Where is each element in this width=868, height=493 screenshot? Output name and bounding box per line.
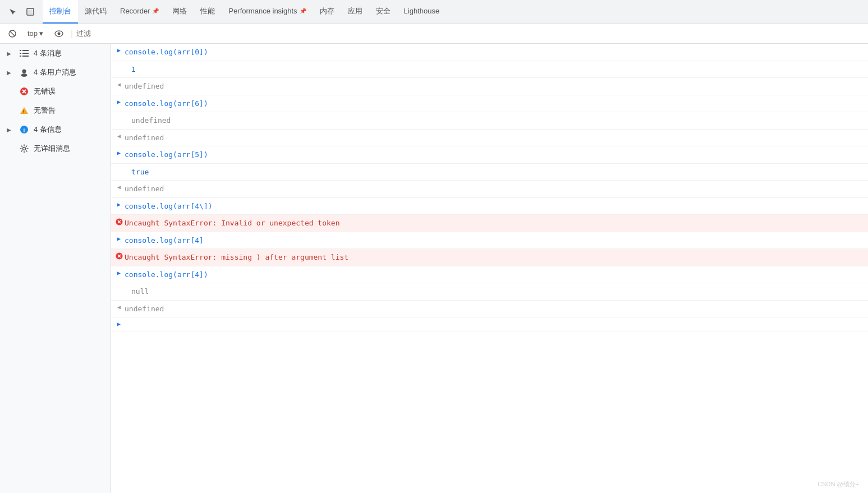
return-arrow-icon: ◀ bbox=[113, 131, 125, 139]
console-row: ▶ console.log(arr[5]) bbox=[111, 146, 868, 164]
console-entry: console.log(arr[4] bbox=[125, 233, 864, 248]
expand-arrow-icon: ▶ bbox=[7, 70, 15, 76]
console-row: true bbox=[111, 164, 868, 181]
return-arrow-icon: ◀ bbox=[113, 302, 125, 310]
top-selector-button[interactable]: top ▾ bbox=[24, 27, 47, 40]
svg-rect-1 bbox=[28, 10, 33, 14]
console-panel: ▶ console.log(arr[0]) 1 ◀ undefined ▶ co… bbox=[111, 44, 868, 493]
svg-point-5 bbox=[58, 32, 61, 35]
expand-icon[interactable]: ▶ bbox=[113, 45, 125, 53]
expand-icon[interactable]: ▶ bbox=[113, 199, 125, 208]
console-entry: console.log(arr[5]) bbox=[125, 148, 864, 162]
error-row-icon bbox=[113, 250, 125, 260]
console-entry: console.log(arr[4]) bbox=[125, 268, 864, 282]
sidebar-errors-label: 无错误 bbox=[34, 86, 104, 96]
toolbar: top ▾ | bbox=[0, 24, 868, 44]
console-row: ◀ undefined bbox=[111, 301, 868, 318]
console-entry: console.log(arr[4\]) bbox=[125, 199, 864, 214]
console-return: undefined bbox=[125, 182, 864, 196]
sidebar-verbose-label: 无详细消息 bbox=[34, 144, 104, 154]
expand-icon[interactable]: ▶ bbox=[113, 96, 125, 105]
tab-memory[interactable]: 内存 bbox=[313, 0, 341, 24]
console-row: ▶ console.log(arr[0]) bbox=[111, 44, 868, 61]
sidebar-user-messages-label: 4 条用户消息 bbox=[34, 67, 104, 77]
expand-arrow-icon: ▶ bbox=[7, 50, 15, 57]
console-row: ◀ undefined bbox=[111, 78, 868, 95]
gear-icon bbox=[19, 144, 29, 154]
toolbar-divider: | bbox=[71, 29, 73, 39]
console-return: undefined bbox=[125, 302, 864, 316]
user-icon bbox=[19, 67, 29, 77]
svg-point-21 bbox=[23, 148, 26, 150]
return-arrow-icon: ◀ bbox=[113, 79, 125, 87]
cursor-tool-button[interactable] bbox=[4, 4, 20, 20]
console-row: null bbox=[111, 283, 868, 301]
svg-rect-10 bbox=[20, 56, 21, 57]
expand-icon[interactable]: ▶ bbox=[113, 268, 125, 276]
console-row: ▶ console.log(arr[4\]) bbox=[111, 198, 868, 215]
return-arrow-icon: ◀ bbox=[113, 182, 125, 190]
device-toggle-button[interactable] bbox=[22, 4, 38, 20]
error-icon bbox=[19, 86, 29, 96]
sidebar-item-errors[interactable]: ▶ 无错误 bbox=[0, 82, 111, 101]
console-return: undefined bbox=[125, 131, 864, 145]
svg-point-12 bbox=[22, 70, 26, 73]
svg-line-3 bbox=[10, 31, 15, 36]
svg-rect-6 bbox=[20, 50, 21, 51]
console-entry: console.log(arr[6]) bbox=[125, 96, 864, 111]
expand-icon[interactable]: ▶ bbox=[113, 148, 125, 156]
tab-console[interactable]: 控制台 bbox=[43, 0, 78, 24]
sidebar-item-messages[interactable]: ▶ 4 条消息 bbox=[0, 44, 111, 63]
clear-console-button[interactable] bbox=[4, 27, 20, 40]
svg-rect-7 bbox=[22, 50, 29, 51]
sidebar-warnings-label: 无警告 bbox=[34, 105, 104, 116]
tab-performance-insights[interactable]: Performance insights 📌 bbox=[222, 0, 313, 24]
tab-sources[interactable]: 源代码 bbox=[78, 0, 113, 24]
sidebar-item-user-messages[interactable]: ▶ 4 条用户消息 bbox=[0, 63, 111, 82]
console-value: null bbox=[131, 284, 864, 299]
console-error-row: Uncaught SyntaxError: missing ) after ar… bbox=[111, 249, 868, 266]
nav-icon-group bbox=[4, 4, 38, 20]
console-row: ◀ undefined bbox=[111, 130, 868, 147]
console-value: undefined bbox=[131, 113, 864, 128]
error-row-icon bbox=[113, 216, 125, 225]
console-row: ▶ console.log(arr[4]) bbox=[111, 266, 868, 284]
console-row: 1 bbox=[111, 61, 868, 79]
info-icon: i bbox=[19, 125, 29, 135]
warning-icon: ! bbox=[19, 105, 29, 116]
list-icon bbox=[19, 48, 29, 58]
prompt-icon: ▶ bbox=[113, 319, 125, 327]
console-value: 1 bbox=[131, 62, 864, 77]
console-input-area[interactable] bbox=[125, 319, 864, 330]
tab-lighthouse[interactable]: Lighthouse bbox=[397, 0, 447, 24]
tab-network[interactable]: 网络 bbox=[166, 0, 194, 24]
filter-input[interactable] bbox=[76, 27, 864, 40]
sidebar: ▶ 4 条消息 ▶ 4 条用户消息 ▶ 无错误 ▶ ! bbox=[0, 44, 111, 493]
main-area: ▶ 4 条消息 ▶ 4 条用户消息 ▶ 无错误 ▶ ! bbox=[0, 44, 868, 493]
svg-text:!: ! bbox=[23, 109, 25, 114]
sidebar-messages-label: 4 条消息 bbox=[34, 48, 104, 58]
console-row: ▶ console.log(arr[4] bbox=[111, 232, 868, 250]
sidebar-item-warnings[interactable]: ▶ ! 无警告 bbox=[0, 101, 111, 120]
watermark: CSDN @绩分+ bbox=[818, 480, 859, 489]
svg-rect-9 bbox=[22, 53, 29, 54]
console-row: undefined bbox=[111, 112, 868, 130]
console-return: undefined bbox=[125, 79, 864, 94]
top-nav: 控制台 源代码 Recorder 📌 网络 性能 Performance ins… bbox=[0, 0, 868, 24]
console-entry: console.log(arr[0]) bbox=[125, 45, 864, 59]
tab-application[interactable]: 应用 bbox=[341, 0, 369, 24]
console-row: ▶ console.log(arr[6]) bbox=[111, 95, 868, 113]
console-error-row: Uncaught SyntaxError: Invalid or unexpec… bbox=[111, 215, 868, 232]
sidebar-item-verbose[interactable]: ▶ 无详细消息 bbox=[0, 139, 111, 158]
console-input-row: ▶ bbox=[111, 317, 868, 331]
sidebar-item-info[interactable]: ▶ i 4 条信息 bbox=[0, 120, 111, 139]
recorder-pin-icon: 📌 bbox=[152, 8, 159, 14]
svg-text:i: i bbox=[24, 127, 25, 133]
eye-button[interactable] bbox=[50, 27, 67, 40]
expand-icon[interactable]: ▶ bbox=[113, 233, 125, 242]
tab-performance[interactable]: 性能 bbox=[194, 0, 222, 24]
tab-recorder[interactable]: Recorder 📌 bbox=[113, 0, 166, 24]
tab-security[interactable]: 安全 bbox=[369, 0, 397, 24]
error-message: Uncaught SyntaxError: missing ) after ar… bbox=[125, 250, 864, 265]
console-row: ◀ undefined bbox=[111, 181, 868, 198]
